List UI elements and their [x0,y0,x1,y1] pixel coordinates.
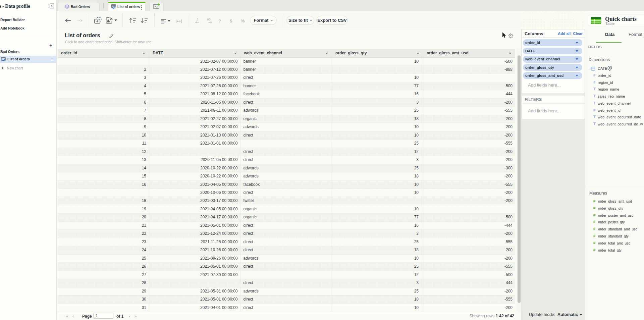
svg-text:.00: .00 [206,18,211,21]
svg-text:.0: .0 [196,18,199,21]
